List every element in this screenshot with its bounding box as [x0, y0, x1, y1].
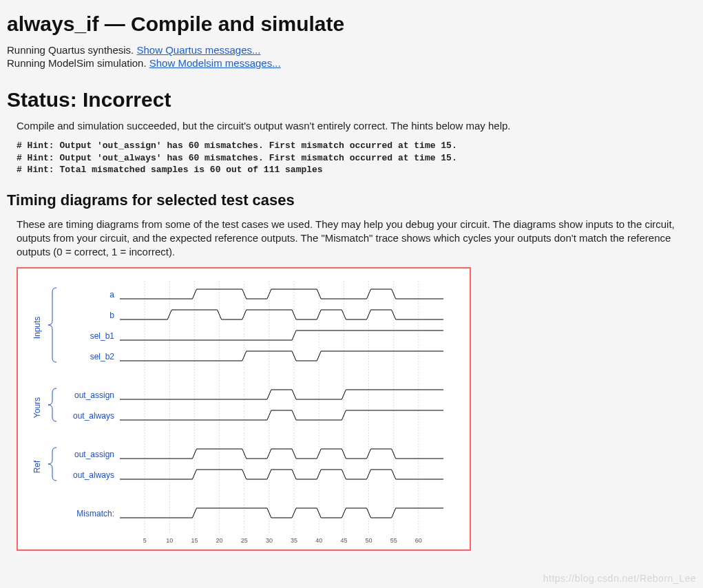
svg-text:10: 10 [166, 537, 173, 544]
timing-heading: Timing diagrams for selected test cases [7, 191, 696, 209]
timing-diagram: absel_b1sel_b2out_assignout_alwaysout_as… [17, 267, 471, 551]
svg-text:out_always: out_always [73, 470, 114, 480]
modelsim-prefix: Running ModelSim simulation. [7, 57, 149, 69]
svg-text:a: a [109, 290, 114, 300]
status-heading: Status: Incorrect [7, 88, 696, 112]
svg-text:45: 45 [340, 537, 347, 544]
show-quartus-link[interactable]: Show Quartus messages... [136, 44, 260, 56]
svg-text:Yours: Yours [32, 397, 42, 418]
svg-text:out_assign: out_assign [74, 450, 114, 459]
svg-text:out_always: out_always [73, 411, 114, 421]
svg-text:Mismatch:: Mismatch: [76, 509, 114, 518]
modelsim-line: Running ModelSim simulation. Show Models… [7, 57, 696, 69]
timing-desc: These are timing diagrams from some of t… [17, 218, 696, 260]
hints: # Hint: Output 'out_assign' has 60 misma… [17, 140, 696, 176]
svg-text:35: 35 [291, 537, 297, 544]
status-desc: Compile and simulation succeeded, but th… [17, 120, 696, 132]
svg-text:20: 20 [216, 537, 223, 544]
svg-text:40: 40 [315, 537, 322, 544]
svg-text:Inputs: Inputs [32, 317, 42, 339]
timing-diagram-svg: absel_b1sel_b2out_assignout_alwaysout_as… [23, 278, 450, 547]
svg-text:30: 30 [266, 537, 273, 544]
svg-text:sel_b1: sel_b1 [90, 331, 115, 341]
svg-text:Ref: Ref [32, 460, 42, 473]
svg-text:out_assign: out_assign [74, 390, 114, 400]
svg-text:60: 60 [415, 537, 422, 544]
svg-text:b: b [109, 311, 114, 320]
show-modelsim-link[interactable]: Show Modelsim messages... [149, 57, 281, 69]
page-title: always_if — Compile and simulate [7, 12, 696, 36]
quartus-prefix: Running Quartus synthesis. [7, 44, 136, 56]
svg-text:5: 5 [143, 537, 147, 544]
svg-text:15: 15 [191, 537, 198, 544]
svg-text:55: 55 [390, 537, 397, 544]
svg-text:50: 50 [366, 537, 373, 544]
svg-text:25: 25 [241, 537, 248, 544]
quartus-line: Running Quartus synthesis. Show Quartus … [7, 44, 696, 56]
svg-text:sel_b2: sel_b2 [90, 352, 115, 361]
